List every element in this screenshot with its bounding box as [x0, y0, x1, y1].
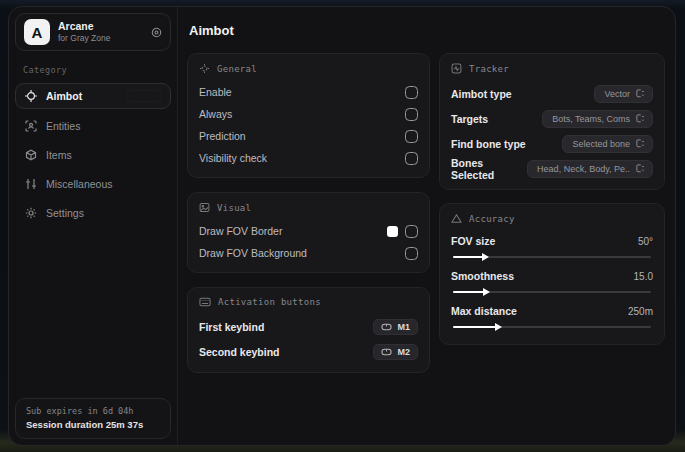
bones-selected-select[interactable]: Head, Neck, Body, Pe..: [527, 160, 653, 178]
setting-row-visibility-check: Visibility check: [199, 147, 418, 169]
first-keybind-button[interactable]: M1: [373, 319, 418, 335]
general-card: General Enable Always Prediction: [187, 53, 430, 178]
setting-label: Second keybind: [199, 346, 280, 358]
slider-thumb[interactable]: [482, 253, 489, 261]
app-window: A Arcane for Gray Zone Category Aimbot: [8, 6, 676, 446]
sidebar-item-label: Miscellaneous: [46, 178, 113, 190]
setting-label: Aimbot type: [451, 88, 512, 100]
setting-label: Targets: [451, 113, 488, 125]
slider-value: 250m: [628, 306, 653, 317]
app-logo: A: [24, 19, 50, 45]
select-value: Selected bone: [572, 139, 630, 149]
main-content: Aimbot General Enable: [178, 7, 675, 445]
slider-value: 50°: [638, 236, 653, 247]
sub-expires-text: Sub expires in 6d 04h: [26, 406, 160, 416]
sidebar-item-miscellaneous[interactable]: Miscellaneous: [15, 172, 171, 196]
fov-size-slider[interactable]: [453, 252, 651, 262]
app-title: Arcane: [58, 20, 143, 33]
setting-row-draw-fov-border: Draw FOV Border: [199, 220, 418, 242]
setting-label: First keybind: [199, 321, 264, 333]
tracker-card: Tracker Aimbot type Vector: [439, 53, 665, 190]
slider-fill: [453, 326, 496, 328]
chevrons-up-down-icon: [636, 89, 645, 99]
mouse-icon: [381, 323, 392, 331]
select-value: Vector: [604, 89, 630, 99]
fov-border-color-swatch[interactable]: [387, 226, 398, 237]
sidebar-item-entities[interactable]: Entities: [15, 114, 171, 138]
draw-fov-border-checkbox[interactable]: [405, 225, 418, 238]
slider-fill: [453, 256, 483, 258]
setting-label: Find bone type: [451, 138, 526, 150]
setting-row-enable: Enable: [199, 81, 418, 103]
subscription-card: Sub expires in 6d 04h Session duration 2…: [15, 398, 171, 439]
keybind-value: M2: [397, 347, 410, 357]
focus-crosshair-icon: [199, 63, 210, 74]
select-value: Bots, Teams, Coms: [552, 114, 630, 124]
setting-label: Always: [199, 108, 232, 120]
smoothness-slider[interactable]: [453, 287, 651, 297]
setting-label: Bones Selected: [451, 157, 527, 181]
gear-icon: [25, 207, 37, 219]
sidebar-item-items[interactable]: Items: [15, 143, 171, 167]
visual-card: Visual Draw FOV Border Draw FOV Backgrou…: [187, 192, 430, 273]
accuracy-card: Accuracy FOV size 50°: [439, 203, 665, 345]
slider-block-fov-size: FOV size 50°: [451, 231, 653, 262]
setting-label: FOV size: [451, 235, 495, 247]
category-label: Category: [23, 65, 171, 75]
setting-label: Max distance: [451, 305, 517, 317]
enable-checkbox[interactable]: [405, 86, 418, 99]
card-title: Tracker: [469, 64, 509, 74]
card-title: Visual: [217, 203, 251, 213]
setting-label: Draw FOV Background: [199, 247, 307, 259]
slider-thumb[interactable]: [495, 323, 502, 331]
card-title: General: [217, 64, 257, 74]
max-distance-slider[interactable]: [453, 322, 651, 332]
sliders-icon: [25, 178, 37, 190]
slider-fill: [453, 291, 484, 293]
chevrons-up-down-icon: [636, 139, 645, 149]
keybind-value: M1: [397, 322, 410, 332]
person-scan-icon: [25, 120, 37, 132]
setting-label: Smoothness: [451, 270, 514, 282]
always-checkbox[interactable]: [405, 108, 418, 121]
sidebar-nav: Aimbot Entities Items: [15, 83, 171, 225]
setting-row-first-keybind: First keybind M1: [199, 314, 418, 339]
setting-row-second-keybind: Second keybind M2: [199, 339, 418, 364]
mouse-icon: [381, 348, 392, 356]
second-keybind-button[interactable]: M2: [373, 344, 418, 360]
aimbot-type-select[interactable]: Vector: [594, 85, 653, 103]
card-title: Accuracy: [469, 214, 515, 224]
slider-value: 15.0: [634, 271, 653, 282]
setting-row-bones-selected: Bones Selected Head, Neck, Body, Pe..: [451, 156, 653, 181]
chevrons-up-down-icon: [636, 164, 645, 174]
card-title: Activation buttons: [218, 297, 321, 307]
setting-label: Draw FOV Border: [199, 225, 282, 237]
slider-block-smoothness: Smoothness 15.0: [451, 266, 653, 297]
header-settings-icon[interactable]: [151, 27, 162, 38]
select-value: Head, Neck, Body, Pe..: [537, 164, 630, 174]
slider-thumb[interactable]: [483, 288, 490, 296]
sidebar-item-label: Items: [46, 149, 72, 161]
sidebar-item-settings[interactable]: Settings: [15, 201, 171, 225]
targets-select[interactable]: Bots, Teams, Coms: [542, 110, 653, 128]
prediction-checkbox[interactable]: [405, 130, 418, 143]
setting-row-draw-fov-background: Draw FOV Background: [199, 242, 418, 264]
chevrons-up-down-icon: [636, 114, 645, 124]
sidebar-item-label: Aimbot: [46, 90, 82, 102]
find-bone-type-select[interactable]: Selected bone: [562, 135, 653, 153]
crosshair-icon: [25, 90, 37, 102]
box-icon: [25, 149, 37, 161]
draw-fov-background-checkbox[interactable]: [405, 247, 418, 260]
page-title: Aimbot: [189, 23, 665, 38]
sidebar: A Arcane for Gray Zone Category Aimbot: [9, 7, 178, 445]
keyboard-icon: [199, 297, 211, 307]
visibility-check-checkbox[interactable]: [405, 152, 418, 165]
app-header-card: A Arcane for Gray Zone: [15, 13, 171, 51]
app-names: Arcane for Gray Zone: [58, 20, 143, 44]
session-duration-text: Session duration 25m 37s: [26, 419, 160, 430]
activity-icon: [451, 63, 462, 74]
sidebar-item-aimbot[interactable]: Aimbot: [15, 83, 171, 109]
slider-block-max-distance: Max distance 250m: [451, 301, 653, 332]
setting-row-prediction: Prediction: [199, 125, 418, 147]
image-icon: [199, 202, 210, 213]
